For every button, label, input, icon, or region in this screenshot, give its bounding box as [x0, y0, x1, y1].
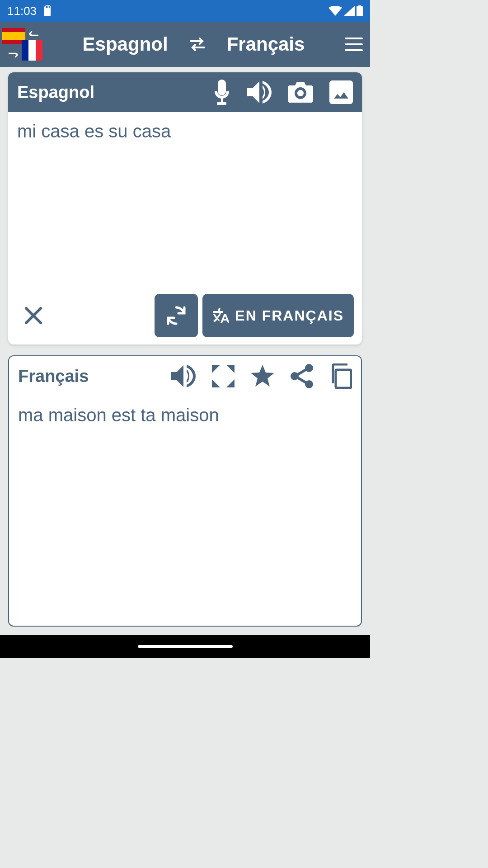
- target-language-title[interactable]: Français: [227, 33, 305, 55]
- source-input[interactable]: mi casa es su casa: [8, 112, 362, 288]
- swap-languages-button[interactable]: [177, 24, 218, 65]
- wifi-icon: [328, 6, 342, 16]
- source-label: Espagnol: [17, 83, 94, 102]
- speaker-icon[interactable]: [247, 81, 272, 104]
- nav-bar: [0, 635, 370, 658]
- microphone-icon[interactable]: [213, 80, 231, 105]
- camera-icon[interactable]: [288, 82, 313, 103]
- status-bar: 11:03: [0, 0, 370, 22]
- target-label: Français: [18, 367, 89, 386]
- fullscreen-icon[interactable]: [212, 365, 235, 387]
- battery-icon: [357, 5, 363, 16]
- source-language-title[interactable]: Espagnol: [83, 33, 168, 55]
- translate-button[interactable]: EN FRANÇAIS: [202, 294, 354, 337]
- app-logo[interactable]: [2, 26, 42, 62]
- image-icon[interactable]: [329, 80, 353, 104]
- sd-card-icon: [43, 5, 52, 16]
- sync-button[interactable]: [155, 294, 198, 337]
- app-bar: Espagnol Français: [0, 22, 370, 67]
- source-card: Espagnol mi casa es su casa: [8, 72, 362, 344]
- target-card: Français ma maison est ta maison: [8, 355, 362, 627]
- target-output: ma maison est ta maison: [9, 396, 361, 626]
- menu-button[interactable]: [345, 38, 363, 51]
- status-time: 11:03: [7, 4, 37, 18]
- home-indicator[interactable]: [138, 645, 233, 648]
- signal-icon: [344, 6, 355, 16]
- share-icon[interactable]: [291, 364, 313, 388]
- translate-button-label: EN FRANÇAIS: [235, 307, 344, 324]
- copy-icon[interactable]: [329, 363, 352, 389]
- flag-france-icon: [22, 40, 42, 61]
- star-icon[interactable]: [251, 365, 274, 387]
- clear-button[interactable]: [23, 306, 43, 326]
- svg-rect-0: [329, 80, 353, 104]
- svg-rect-4: [336, 370, 351, 388]
- speaker-icon[interactable]: [171, 365, 196, 387]
